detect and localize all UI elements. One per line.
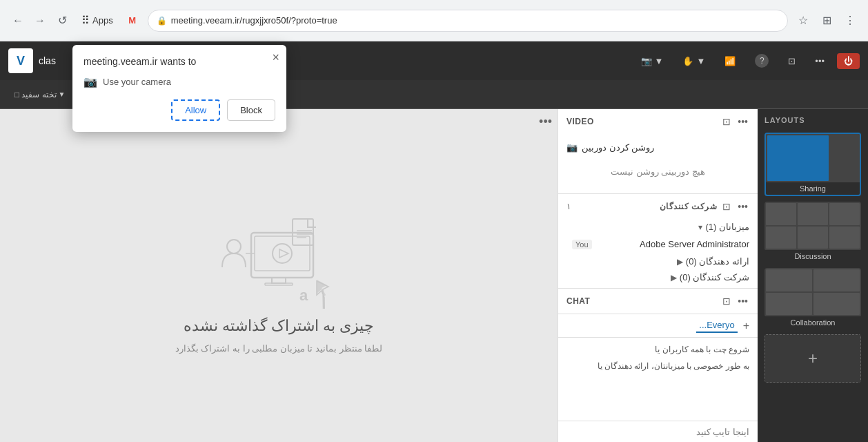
participants-section: ۱ شرکت کنندگان ⊡ ••• میزبانان (1) ▾ Adob… [558,194,758,289]
forward-button[interactable]: → [30,11,50,30]
sharing-layout-label: Sharing [766,182,860,195]
attendees-expand-icon: ▶ [671,273,677,282]
chat-pop-out-button[interactable]: ⊡ [721,294,732,308]
video-section-header: VIDEO ⊡ ••• [558,109,758,134]
video-content: روشن کردن دوربین 📷 هیچ دوربینی روشن نیست [558,134,758,193]
hand-button[interactable]: ✋ ▼ [675,52,712,70]
chat-input[interactable] [566,427,749,437]
svg-text:a: a [299,287,308,304]
gmail-button[interactable]: M [123,11,142,30]
participants-content: میزبانان (1) ▾ Adobe Server Administrato… [558,219,758,288]
layouts-panel: LAYOUTS Sharing [758,109,868,442]
block-button[interactable]: Block [227,99,275,121]
lock-icon: 🔒 [157,16,167,26]
disc-cell-5 [798,227,828,249]
dialog-close-button[interactable]: × [272,50,279,65]
participants-header: ۱ شرکت کنندگان ⊡ ••• [558,194,758,219]
disc-cell-6 [829,227,860,249]
camera-label: روشن کردن دوربین [582,142,654,153]
video-button[interactable]: 📷 ▼ [634,52,671,70]
app-logo: V [8,48,33,73]
sharing-main-cell [767,135,829,181]
whiteboard-button[interactable]: □ تخته سفید ▼ [8,86,72,103]
presenters-group-label: ارائه دهندگان (0) [686,256,749,267]
video-more-button[interactable]: ••• [736,115,749,128]
add-layout-icon: + [808,349,818,368]
participants-title: شرکت کنندگان [575,202,717,211]
presenters-expand-icon: ▶ [677,257,683,267]
address-bar[interactable]: 🔒 meeting.veeam.ir/rugxjjxro50f/?proto=t… [148,10,788,32]
disc-cell-3 [829,203,860,225]
permission-text: Use your camera [103,77,171,87]
video-pop-out-button[interactable]: ⊡ [721,115,732,128]
svg-marker-10 [279,249,288,258]
participant-item: Adobe Server Administrator You [558,235,758,253]
video-section: VIDEO ⊡ ••• روشن کردن دوربین 📷 هیچ دوربی… [558,109,758,194]
collab-cell-2 [813,269,860,291]
share-screen-button[interactable]: ⊡ [781,52,802,70]
chat-message-1: شروع چت با همه کاربران یا [566,343,749,356]
screen-cast-button[interactable]: ⊞ [817,11,836,30]
layout-collaboration[interactable]: Collaboration [765,268,861,329]
hosts-group: میزبانان (1) ▾ Adobe Server Administrato… [558,219,758,253]
chat-messages: شروع چت با همه کاربران یا به طور خصوصی ب… [558,338,758,421]
chat-tab-everyone[interactable]: Everyo... [696,318,737,333]
more-icon: ••• [815,56,825,66]
attendees-group-label: شرکت کنندگان (0) [680,272,749,282]
hosts-group-header[interactable]: میزبانان (1) ▾ [558,219,758,235]
help-icon: ? [755,54,769,68]
signal-button[interactable]: 📶 [718,52,742,70]
hosts-expand-icon: ▾ [698,222,702,232]
camera-icon: 📷 [566,142,578,153]
participant-badge: You [572,240,592,249]
whiteboard-dropdown-icon: ▼ [59,90,66,98]
chat-add-button[interactable]: + [743,320,749,332]
sharing-illustration: a [210,198,348,309]
reload-button[interactable]: ↺ [52,11,72,30]
presenters-group-header[interactable]: ارائه دهندگان (0) ▶ [558,253,758,269]
participants-more-button[interactable]: ••• [736,200,749,213]
camera-permission-icon: 📷 [83,75,97,88]
class-title: clas [39,55,56,66]
dialog-actions: Allow Block [83,99,275,121]
browser-actions: ☆ ⊞ ⋮ [793,11,860,30]
more-options-button[interactable]: ••• [808,52,831,70]
center-more-button[interactable]: ••• [539,115,552,129]
video-icon: 📷 [641,56,652,66]
participant-name: Adobe Server Administrator [596,239,749,249]
nav-buttons: ← → ↺ [8,11,72,30]
attendees-group-header[interactable]: شرکت کنندگان (0) ▶ [558,269,758,285]
layout-sharing[interactable]: Sharing [765,133,861,196]
allow-button[interactable]: Allow [171,99,220,121]
main-content: ••• [0,109,868,442]
svg-point-8 [227,240,241,253]
whiteboard-icon: □ [14,90,19,99]
chat-input-area [558,421,758,442]
add-layout-thumb: + [765,334,861,383]
browser-more-button[interactable]: ⋮ [840,11,860,30]
chat-title: CHAT [566,296,717,306]
chat-more-button[interactable]: ••• [736,294,749,308]
collab-cell-1 [766,269,812,291]
layout-add[interactable]: + [765,334,861,383]
help-button[interactable]: ? [748,50,776,72]
apps-button[interactable]: ⠿ Apps [77,11,117,30]
participants-pop-out-button[interactable]: ⊡ [721,200,732,213]
hosts-group-label: میزبانان (1) [705,222,749,232]
disc-cell-2 [798,203,828,225]
star-button[interactable]: ☆ [793,11,813,30]
collab-layout-thumb [765,268,861,316]
collab-cell-3 [766,293,812,315]
participants-count: ۱ [566,202,571,211]
right-panel: VIDEO ⊡ ••• روشن کردن دوربین 📷 هیچ دوربی… [558,109,758,442]
sharing-placeholder: a چیزی به اشتراک گذاشته نشده لطفا منتظر … [175,198,383,354]
layouts-title: LAYOUTS [765,116,861,124]
permission-dialog: × meeting.veeam.ir wants to 📷 Use your c… [72,45,286,132]
end-call-button[interactable]: ⏻ [837,53,860,69]
signal-icon: 📶 [724,56,736,66]
hand-icon: ✋ [682,56,693,66]
collab-layout-label: Collaboration [765,316,861,329]
layout-discussion[interactable]: Discussion [765,202,861,262]
back-button[interactable]: ← [8,11,28,30]
sharing-title: چیزی به اشتراک گذاشته نشده [184,317,374,335]
